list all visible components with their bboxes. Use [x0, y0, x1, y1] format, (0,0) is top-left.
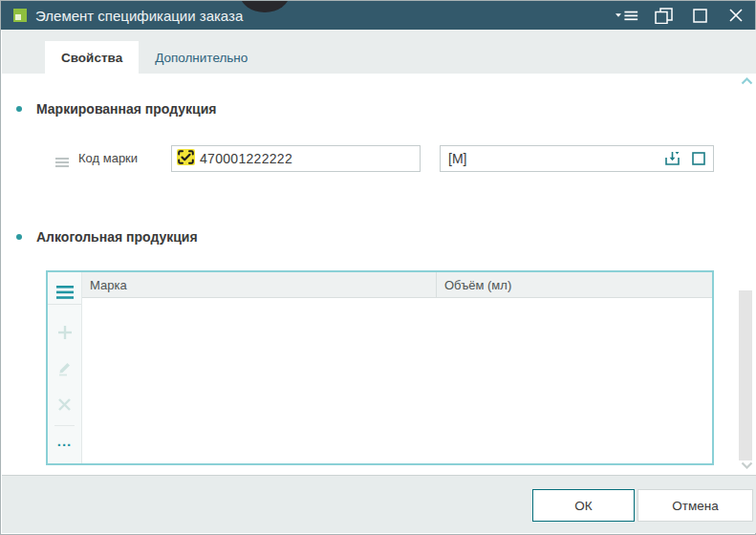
close-icon[interactable]	[724, 5, 747, 26]
window-controls	[616, 1, 747, 30]
bullet-icon	[16, 234, 22, 240]
more-actions-icon[interactable]: ...	[48, 433, 81, 450]
tab-bar: Свойства Дополнительно	[2, 30, 756, 74]
edit-row-icon[interactable]	[48, 359, 81, 376]
insert-value-icon[interactable]	[663, 150, 680, 167]
table-body[interactable]	[82, 298, 712, 463]
bullet-icon	[16, 106, 22, 112]
window-menu-icon[interactable]	[616, 5, 638, 26]
section-title: Маркированная продукция	[36, 101, 216, 117]
screen-artifact	[240, 1, 290, 12]
mark-scan-icon	[177, 149, 195, 169]
mark-code-value: 470001222222	[200, 151, 292, 166]
tab-additional[interactable]: Дополнительно	[139, 41, 264, 74]
add-row-icon[interactable]	[48, 323, 81, 342]
alcohol-table: ... Марка Объём (мл)	[46, 270, 714, 465]
mark-code-input[interactable]: 470001222222	[171, 145, 421, 172]
cancel-button[interactable]: Отмена	[637, 489, 753, 522]
dialog-content: Маркированная продукция Код марки	[2, 74, 756, 476]
mark-type-value: [M]	[448, 151, 663, 166]
column-header-mark[interactable]: Марка	[82, 272, 437, 297]
table-menu-icon[interactable]	[48, 280, 81, 304]
titlebar: Элемент спецификации заказа	[1, 1, 755, 30]
scroll-up-icon[interactable]	[739, 77, 754, 89]
toolbar-divider	[54, 425, 75, 426]
window-copies-icon[interactable]	[652, 5, 675, 26]
open-editor-icon[interactable]	[690, 150, 707, 167]
drag-handle-icon[interactable]	[55, 154, 69, 171]
delete-row-icon[interactable]	[48, 397, 81, 412]
ok-button[interactable]: ОК	[532, 489, 635, 522]
tab-properties[interactable]: Свойства	[45, 41, 139, 74]
maximize-icon[interactable]	[688, 5, 711, 26]
mark-code-row: Код марки 470001222222 [M]	[2, 145, 756, 172]
toolbar-separator	[48, 304, 81, 305]
app-icon	[13, 9, 27, 22]
column-header-volume[interactable]: Объём (мл)	[437, 272, 712, 297]
section-alcohol-products: Алкогольная продукция	[2, 227, 198, 246]
scroll-down-icon[interactable]	[739, 461, 754, 473]
section-title: Алкогольная продукция	[36, 229, 198, 245]
mark-type-input[interactable]: [M]	[440, 145, 714, 172]
dialog-window: Элемент спецификации заказа	[0, 0, 756, 535]
scrollbar-thumb[interactable]	[739, 290, 752, 460]
table-header: Марка Объём (мл)	[82, 272, 712, 298]
mark-code-label: Код марки	[78, 145, 138, 172]
dialog-footer: ОК Отмена	[2, 475, 756, 533]
window-title: Элемент спецификации заказа	[35, 8, 243, 24]
section-marked-products: Маркированная продукция	[2, 99, 216, 118]
table-toolbar: ...	[48, 272, 82, 463]
